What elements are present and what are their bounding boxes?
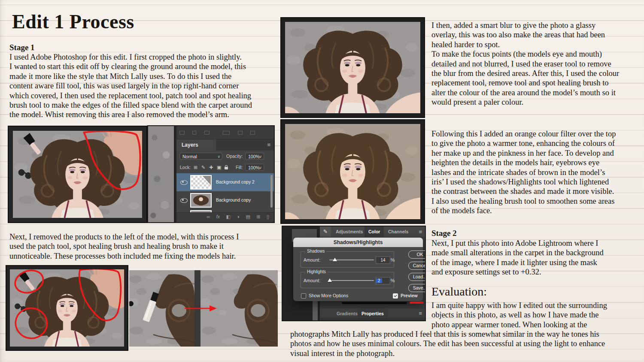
lock-pixels-icon[interactable]: ✎ bbox=[201, 165, 205, 170]
highlights-amount-value[interactable]: 2 bbox=[376, 277, 390, 284]
highlights-amount-label: Amount: bbox=[304, 278, 320, 283]
tab-gradients[interactable]: Gradients bbox=[333, 308, 361, 319]
lock-transparency-icon[interactable]: ⊞ bbox=[194, 165, 197, 170]
shadows-slider-thumb[interactable] bbox=[333, 258, 337, 261]
shadows-highlights-screenshot: ✎ Adjustments Color Channels ≡ Shadows/H… bbox=[283, 226, 425, 320]
tab-layers[interactable]: Layers bbox=[176, 139, 216, 151]
cancel-button[interactable]: Cancel bbox=[408, 262, 425, 270]
visibility-eye-icon[interactable] bbox=[180, 180, 188, 185]
align-icon bbox=[179, 131, 185, 135]
photo-cleaned bbox=[281, 18, 424, 117]
annotation-arrow-right bbox=[184, 304, 218, 313]
distribute-icon bbox=[192, 131, 196, 135]
chevron-down-icon: ∨ bbox=[217, 153, 220, 160]
preview-label: Preview bbox=[401, 293, 418, 298]
layers-scrollbar[interactable] bbox=[270, 175, 273, 208]
annotation-black-bar bbox=[342, 302, 407, 304]
edit-process-page: Edit 1 Process Stage 1 I used Adobe Phot… bbox=[0, 0, 644, 362]
dialog-title: Shadows/Highlights bbox=[293, 238, 423, 247]
opacity-dropdown[interactable]: 100% ∨ bbox=[245, 153, 264, 160]
shadows-amount-label: Amount: bbox=[304, 257, 320, 262]
layer-row-background-copy[interactable]: Background copy bbox=[176, 191, 274, 209]
annotation-red-mark bbox=[410, 302, 423, 304]
show-more-options-label: Show More Options bbox=[309, 293, 348, 298]
layer-row-background-copy-2[interactable]: Background copy 2 bbox=[176, 173, 274, 191]
layer-mask-icon[interactable]: ◧ bbox=[226, 214, 230, 220]
layer-thumbnail[interactable] bbox=[190, 175, 212, 190]
align-edges-icon bbox=[204, 131, 210, 135]
evaluation-heading: Evaluation: bbox=[431, 285, 487, 299]
blend-mode-dropdown[interactable]: Normal ∨ bbox=[179, 153, 222, 160]
layer-name: Background copy 2 bbox=[216, 179, 255, 184]
shadows-group: Shadows Amount: 14 % bbox=[301, 251, 394, 268]
stage1-paragraph: I used Adobe Photoshop for this edit. I … bbox=[9, 52, 293, 120]
opacity-label: Opacity: bbox=[226, 154, 243, 159]
colour-filter-paragraph: Following this I added an orange colour … bbox=[431, 129, 644, 216]
shadows-group-label: Shadows bbox=[305, 249, 326, 253]
lock-artboard-icon[interactable]: ▣ bbox=[217, 165, 221, 170]
fill-label: Fill: bbox=[236, 165, 243, 170]
fill-value: 100% bbox=[248, 165, 260, 170]
tab-channels[interactable]: Channels bbox=[384, 226, 412, 237]
new-layer-icon[interactable]: ⊞ bbox=[256, 214, 260, 220]
shadows-percent-sign: % bbox=[391, 257, 395, 262]
stage2-heading: Stage 2 bbox=[431, 229, 457, 238]
load-button[interactable]: Load... bbox=[408, 273, 425, 281]
layer-group-icon[interactable]: ▤ bbox=[246, 214, 250, 220]
highlights-slider-thumb[interactable] bbox=[328, 278, 332, 282]
highlights-group: Highlights Amount: 2 % bbox=[301, 272, 394, 288]
options-bar bbox=[176, 126, 274, 139]
photo-original-annotated bbox=[9, 127, 146, 222]
delete-layer-icon[interactable]: ▯ bbox=[267, 214, 269, 220]
panel-menu-icon[interactable]: ≡ bbox=[419, 229, 422, 235]
brush-panel-icon[interactable]: ✎ bbox=[320, 226, 331, 237]
properties-tab-bar: Gradients Properties ≡ bbox=[320, 308, 425, 318]
layers-panel-screenshot: Layers ≡ Normal ∨ Opacity: 100% ∨ Lock: … bbox=[148, 126, 274, 222]
evaluation-continued-paragraph: photographs Mitch Lally has produced I f… bbox=[290, 329, 644, 358]
lock-position-icon[interactable]: ✚ bbox=[209, 165, 213, 170]
panel-menu-icon[interactable]: ≡ bbox=[419, 310, 422, 317]
show-more-options-checkbox[interactable] bbox=[301, 293, 306, 299]
visibility-eye-icon[interactable] bbox=[180, 198, 188, 203]
layer-thumbnail[interactable] bbox=[190, 193, 212, 208]
layer-name: Background copy bbox=[216, 197, 251, 202]
panel-tab-bar: ✎ Adjustments Color Channels ≡ bbox=[320, 226, 425, 237]
chevron-down-icon: ∨ bbox=[259, 164, 262, 171]
tab-color[interactable]: Color bbox=[365, 226, 384, 237]
spacing-icon bbox=[223, 131, 230, 135]
layers-panel: Layers ≡ Normal ∨ Opacity: 100% ∨ Lock: … bbox=[176, 126, 274, 222]
layers-bottom-bar: ∞ fx ◧ ◑ ▤ ⊞ ▯ bbox=[176, 212, 274, 222]
photo-warm-toned bbox=[281, 120, 424, 223]
highlights-percent-sign: % bbox=[391, 278, 395, 283]
evaluation-paragraph: I am quite happy with how I edited out t… bbox=[431, 301, 642, 329]
adjustment-layer-icon[interactable]: ◑ bbox=[237, 214, 240, 219]
layer-styles-icon[interactable]: fx bbox=[216, 214, 220, 219]
panel-header: Layers ≡ bbox=[176, 139, 274, 151]
opacity-value: 100% bbox=[248, 154, 260, 159]
link-layers-icon[interactable]: ∞ bbox=[207, 214, 210, 219]
blend-mode-value: Normal bbox=[182, 154, 197, 159]
photo-products-annotated bbox=[6, 266, 128, 350]
panel-menu-icon[interactable]: ≡ bbox=[267, 142, 270, 148]
tab-properties[interactable]: Properties bbox=[358, 308, 388, 319]
highlights-amount-slider[interactable] bbox=[329, 280, 374, 281]
canvas-carpet-strip bbox=[148, 126, 174, 222]
chevron-down-icon: ∨ bbox=[259, 153, 262, 160]
lock-label: Lock: bbox=[180, 165, 191, 170]
save-button[interactable]: Save... bbox=[408, 284, 425, 292]
stage2-paragraph: Next, I put this photo into Adobe Lightr… bbox=[431, 238, 642, 277]
preview-checkbox[interactable] bbox=[393, 293, 398, 299]
lock-all-icon[interactable] bbox=[225, 167, 228, 169]
panel-fill bbox=[320, 318, 425, 320]
page-title: Edit 1 Process bbox=[12, 10, 134, 33]
fill-dropdown[interactable]: 100% ∨ bbox=[245, 164, 264, 171]
width-icon bbox=[250, 131, 255, 135]
shadows-highlights-dialog: Shadows/Highlights Shadows Amount: 14 % … bbox=[293, 238, 423, 301]
shadows-amount-value[interactable]: 14 bbox=[376, 256, 390, 264]
stage1-heading: Stage 1 bbox=[9, 43, 35, 52]
height-icon bbox=[238, 131, 243, 135]
ok-button[interactable]: OK bbox=[408, 250, 425, 259]
tab-adjustments[interactable]: Adjustments bbox=[332, 226, 367, 237]
highlights-group-label: Highlights bbox=[305, 269, 328, 274]
removal-paragraph: Next, I removed the products to the left… bbox=[9, 232, 284, 261]
